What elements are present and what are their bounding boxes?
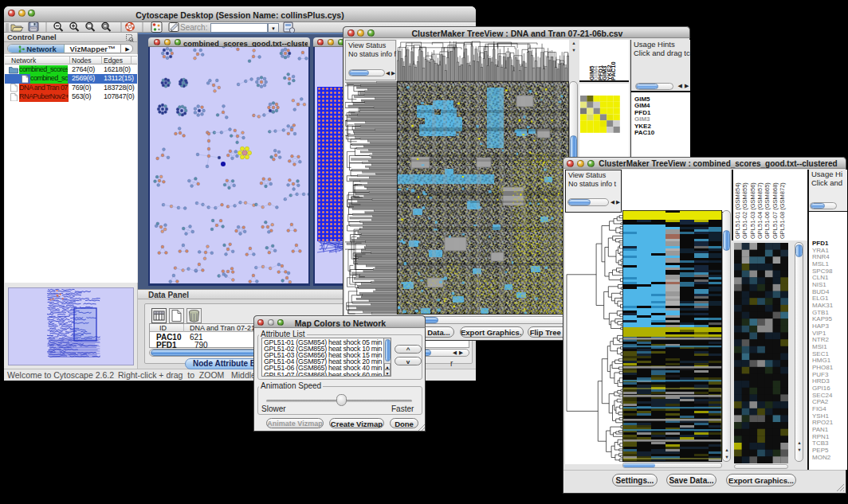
svg-text:GPL51-07 (GSM868): GPL51-07 (GSM868) bbox=[771, 182, 779, 239]
svg-text:GPL51-08 (GSM872): GPL51-08 (GSM872) bbox=[779, 182, 786, 239]
svg-text:GPL51-06 (GSM865): GPL51-06 (GSM865) bbox=[764, 182, 771, 239]
svg-text:GPL51-01 (GSM854): GPL51-01 (GSM854) bbox=[734, 182, 741, 239]
svg-text:PAC10: PAC10 bbox=[610, 61, 617, 80]
svg-text:GPL51-03 (GSM856): GPL51-03 (GSM856) bbox=[749, 182, 756, 239]
svg-text:GPL51-04 (GSM857): GPL51-04 (GSM857) bbox=[756, 182, 764, 239]
svg-text:GPL51-02 (GSM855): GPL51-02 (GSM855) bbox=[741, 182, 748, 239]
